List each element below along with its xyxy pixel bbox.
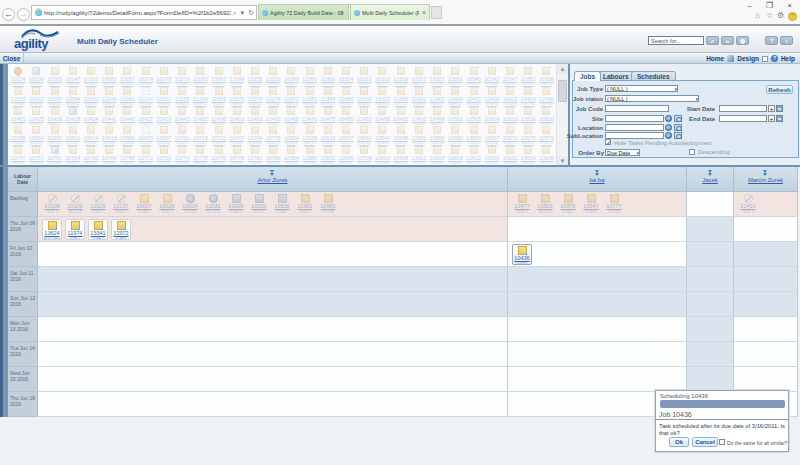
pool-task-item[interactable]: 123658/05/11	[209, 87, 227, 107]
pool-task-item[interactable]: 123478/05/11	[501, 67, 519, 87]
end-date-spinner-icon[interactable]: +	[768, 115, 775, 122]
task-sub-link[interactable]: 9/30/11	[9, 122, 27, 126]
pool-task-item[interactable]: 104805/02/11	[337, 107, 355, 127]
pool-task-item[interactable]: 106085/02/11	[392, 146, 410, 166]
pool-task-item[interactable]: 107577/21/11	[27, 146, 45, 166]
pool-task-item[interactable]: 107764/18/11	[209, 146, 227, 166]
pool-task-item[interactable]: 104929/30/11	[392, 107, 410, 127]
labour-name-link[interactable]: Jacek	[687, 177, 733, 184]
schedule-cell[interactable]	[734, 367, 798, 392]
task-sub-link[interactable]: 9/30/11	[519, 122, 537, 126]
pool-task-item[interactable]: 103987/21/11	[392, 87, 410, 107]
task-sub-link[interactable]: 1/09/12	[155, 102, 173, 106]
scheduled-task-item[interactable]: 12972PLANT	[111, 219, 131, 240]
pool-task-item[interactable]: 120844/18/11	[228, 67, 246, 87]
address-bar[interactable]: http://rudy/agility/72demo/DetailForm.as…	[31, 5, 257, 20]
help-link[interactable]: Help	[781, 53, 795, 64]
url-dropdown-icon[interactable]: ▾	[241, 9, 245, 17]
site-input[interactable]	[605, 115, 664, 122]
pool-task-item[interactable]: 102371/09/12	[155, 87, 173, 107]
pool-task-item[interactable]: 107668/05/11	[100, 146, 118, 166]
globe-button[interactable]: ◍	[736, 36, 749, 45]
schedule-cell[interactable]: 12410SITE 1	[734, 192, 798, 217]
task-sub-link[interactable]: 8/05/11	[9, 141, 27, 145]
pool-task-item[interactable]: 134954/18/11	[410, 107, 428, 127]
pool-task-item[interactable]: 105444/18/11	[373, 126, 391, 146]
pool-task-item[interactable]: 102615/02/11	[118, 87, 136, 107]
task-sub-link[interactable]: 1/09/12	[337, 141, 355, 145]
task-id-link[interactable]: 10427	[137, 116, 155, 122]
url-text[interactable]: http://rudy/agility/72demo/DetailForm.as…	[44, 10, 231, 16]
info-button[interactable]: i	[780, 36, 793, 45]
task-sub-link[interactable]: 3/16/11	[191, 122, 209, 126]
task-sub-link[interactable]: 1/09/12	[191, 82, 209, 86]
task-sub-link[interactable]: 4/18/11	[537, 122, 555, 126]
task-sub-link[interactable]: 3/16/11	[27, 141, 45, 145]
task-id-link[interactable]: 10031	[203, 203, 223, 210]
task-id-link[interactable]: 10443	[173, 116, 191, 122]
task-sub-link[interactable]: 9/30/11	[173, 102, 191, 106]
pool-task-item[interactable]: 104998/05/11	[428, 107, 446, 127]
pool-task-item[interactable]: 103138/05/11	[373, 67, 391, 87]
pool-task-item[interactable]: 104279/30/11	[137, 107, 155, 127]
window-minimize-button[interactable]: –	[744, 1, 755, 11]
start-date-spinner-icon[interactable]: +	[768, 105, 775, 112]
task-sub-link[interactable]: 7/21/11	[137, 102, 155, 106]
task-sub-link[interactable]: 7/21/11	[392, 102, 410, 106]
task-sub-link[interactable]: 4/18/11	[355, 82, 373, 86]
task-id-link[interactable]: 13418	[483, 96, 501, 102]
pool-task-item[interactable]: 107121/09/12	[209, 126, 227, 146]
task-sub-link[interactable]: SITE 1	[66, 237, 84, 241]
scheduled-task-item[interactable]: 11828PLANT	[272, 194, 292, 214]
pool-task-item[interactable]: 132767/21/11	[264, 87, 282, 107]
scheduled-task-item[interactable]: 10026SITE 1	[157, 194, 177, 214]
pool-task-item[interactable]: 106141/09/12	[82, 126, 100, 146]
pool-task-item[interactable]: 125998/05/11	[355, 146, 373, 166]
pool-task-item[interactable]: 106758/05/11	[137, 126, 155, 146]
schedule-cell[interactable]	[687, 342, 734, 367]
task-id-link[interactable]: 12410	[738, 203, 758, 210]
pool-task-item[interactable]: 125513/16/11	[410, 126, 428, 146]
pool-task-item[interactable]: 103409/30/11	[464, 67, 482, 87]
task-sub-link[interactable]: 5/02/11	[246, 102, 264, 106]
task-id-link[interactable]: 10026	[157, 203, 177, 210]
task-id-link[interactable]: 13495	[410, 116, 428, 122]
pool-task-item[interactable]: 106387/21/11	[537, 146, 555, 166]
task-sub-link[interactable]: 3/16/11	[355, 102, 373, 106]
task-sub-link[interactable]: 4/18/11	[282, 122, 300, 126]
scheduled-task-item[interactable]: 10547PLANT	[581, 194, 601, 214]
pool-task-item[interactable]: 104215/02/11	[501, 87, 519, 107]
pool-task-item[interactable]: 102308/05/11	[82, 87, 100, 107]
task-sub-link[interactable]: 7/21/11	[9, 102, 27, 106]
task-id-link[interactable]: 10129	[88, 203, 108, 210]
pool-task-item[interactable]: 123193/16/11	[392, 67, 410, 87]
task-sub-link[interactable]: 7/21/11	[519, 102, 537, 106]
pool-task-item[interactable]: 101365/02/11	[27, 67, 45, 87]
task-sub-link[interactable]: STORE	[318, 210, 338, 214]
schedule-cell[interactable]: 104363/16/11	[508, 242, 687, 267]
pool-task-item[interactable]: 104421/09/12	[118, 107, 136, 127]
pool-task-item[interactable]: 124837/21/11	[355, 107, 373, 127]
pool-task-item[interactable]: 107297/21/11	[155, 146, 173, 166]
refresh-button[interactable]: Refresh	[766, 85, 793, 94]
task-sub-link[interactable]: 9/30/11	[137, 122, 155, 126]
task-sub-link[interactable]: 9/30/11	[45, 102, 63, 106]
task-id-link[interactable]: 10441	[100, 116, 118, 122]
task-sub-link[interactable]: 1/09/12	[118, 122, 136, 126]
pool-task-item[interactable]: 133331/09/12	[446, 67, 464, 87]
scheduled-task-item[interactable]: 11991SITE 1	[295, 194, 315, 214]
same-for-all-checkbox[interactable]	[719, 439, 725, 445]
pool-task-item[interactable]: 107375/02/11	[9, 146, 27, 166]
task-id-link[interactable]: 11974	[66, 230, 84, 237]
task-sub-link[interactable]: STORE	[180, 210, 200, 214]
scheduled-task-item[interactable]: 12410SITE 1	[738, 194, 758, 214]
schedule-cell[interactable]	[734, 317, 798, 342]
pool-task-item[interactable]: 107683/16/11	[118, 146, 136, 166]
task-sub-link[interactable]: 1/09/12	[501, 122, 519, 126]
task-sub-link[interactable]: 7/21/11	[45, 82, 63, 86]
pool-task-item[interactable]: 101343/16/11	[9, 67, 27, 87]
schedule-cell[interactable]	[687, 217, 734, 242]
task-id-link[interactable]: 10297	[45, 96, 63, 102]
job-code-input[interactable]	[605, 105, 669, 112]
pool-task-item[interactable]: 105964/18/11	[337, 146, 355, 166]
